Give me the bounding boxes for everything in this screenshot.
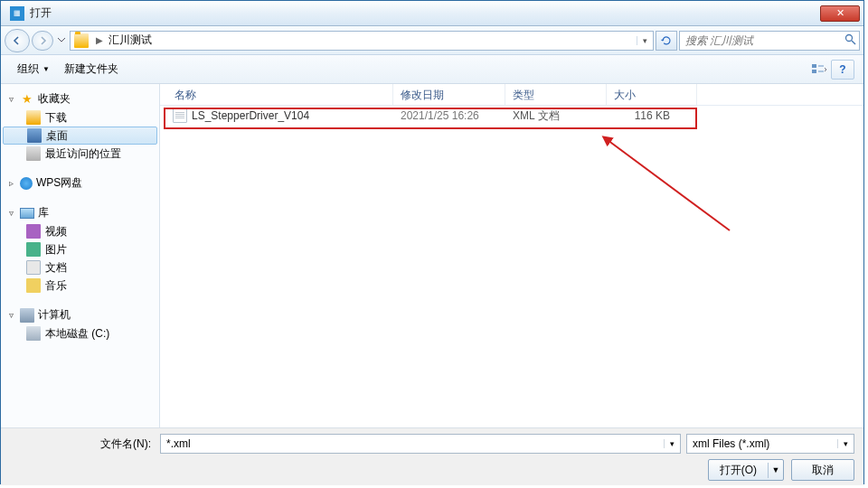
column-name[interactable]: 名称 bbox=[160, 84, 393, 105]
new-folder-button[interactable]: 新建文件夹 bbox=[57, 58, 126, 80]
sidebar-item-recent[interactable]: 最近访问的位置 bbox=[1, 145, 159, 163]
computer-icon bbox=[20, 308, 34, 323]
svg-rect-3 bbox=[812, 70, 816, 73]
nav-back-button[interactable] bbox=[5, 29, 30, 52]
address-bar[interactable]: ▶ 汇川测试 ▾ bbox=[70, 31, 654, 51]
open-file-dialog: ▦ 打开 ✕ ▶ 汇川测试 ▾ 组织▼ bbox=[0, 0, 864, 484]
svg-point-0 bbox=[845, 34, 852, 41]
sidebar-wps-header[interactable]: ▹ WPS网盘 bbox=[1, 174, 159, 192]
document-icon bbox=[26, 260, 41, 275]
file-date: 2021/1/25 16:26 bbox=[393, 109, 505, 122]
search-input[interactable] bbox=[680, 34, 841, 47]
file-size: 116 KB bbox=[607, 109, 697, 122]
file-icon bbox=[173, 108, 187, 123]
toolbar: 组织▼ 新建文件夹 ? bbox=[1, 55, 863, 84]
search-icon[interactable] bbox=[841, 33, 859, 49]
filename-label: 文件名(N): bbox=[10, 436, 155, 452]
sidebar-item-videos[interactable]: 视频 bbox=[1, 222, 159, 240]
svg-line-1 bbox=[852, 41, 855, 44]
file-list: 名称 修改日期 类型 大小 LS_StepperDriver_V104 2021… bbox=[160, 84, 863, 427]
desktop-icon bbox=[27, 128, 42, 143]
chevron-down-icon: ▼ bbox=[42, 65, 50, 73]
column-type[interactable]: 类型 bbox=[505, 84, 607, 105]
annotation-arrow bbox=[594, 131, 739, 239]
address-path: 汇川测试 bbox=[107, 33, 637, 48]
collapse-icon: ▿ bbox=[6, 208, 16, 218]
view-options-button[interactable] bbox=[807, 60, 831, 80]
address-dropdown[interactable]: ▾ bbox=[637, 36, 653, 45]
refresh-icon bbox=[660, 34, 673, 47]
sidebar-computer-header[interactable]: ▿ 计算机 bbox=[1, 305, 159, 324]
collapse-icon: ▿ bbox=[6, 310, 16, 320]
titlebar: ▦ 打开 ✕ bbox=[1, 1, 863, 26]
open-dropdown[interactable]: ▼ bbox=[769, 465, 783, 474]
view-icon bbox=[811, 63, 827, 76]
sidebar-item-pictures[interactable]: 图片 bbox=[1, 240, 159, 258]
file-name: LS_StepperDriver_V104 bbox=[192, 109, 309, 122]
sidebar-item-music[interactable]: 音乐 bbox=[1, 277, 159, 295]
path-separator-icon: ▶ bbox=[92, 35, 107, 45]
nav-history-dropdown[interactable] bbox=[55, 32, 68, 50]
arrow-left-icon bbox=[12, 35, 23, 46]
column-size[interactable]: 大小 bbox=[607, 84, 697, 105]
file-type: XML 文档 bbox=[505, 108, 607, 124]
filename-input[interactable] bbox=[161, 437, 664, 450]
recent-icon bbox=[26, 146, 41, 161]
nav-forward-button[interactable] bbox=[32, 31, 53, 51]
sidebar-favorites-header[interactable]: ▿ ★ 收藏夹 bbox=[1, 89, 159, 108]
drive-icon bbox=[26, 326, 41, 341]
filetype-filter[interactable]: xml Files (*.xml) ▾ bbox=[686, 434, 854, 454]
star-icon: ★ bbox=[20, 92, 34, 107]
cloud-icon bbox=[20, 177, 33, 190]
sidebar-item-drive-c[interactable]: 本地磁盘 (C:) bbox=[1, 324, 159, 343]
file-row[interactable]: LS_StepperDriver_V104 2021/1/25 16:26 XM… bbox=[160, 106, 863, 126]
svg-rect-2 bbox=[812, 64, 816, 68]
dialog-bottom-panel: 文件名(N): ▾ xml Files (*.xml) ▾ 打开(O) ▼ 取消 bbox=[1, 427, 863, 485]
organize-button[interactable]: 组织▼ bbox=[10, 58, 57, 80]
arrow-right-icon bbox=[37, 35, 48, 46]
download-icon bbox=[26, 110, 41, 125]
collapse-icon: ▿ bbox=[6, 94, 16, 104]
svg-line-6 bbox=[608, 140, 730, 230]
column-date[interactable]: 修改日期 bbox=[393, 84, 505, 105]
cancel-button[interactable]: 取消 bbox=[791, 459, 854, 481]
sidebar-item-downloads[interactable]: 下载 bbox=[1, 108, 159, 127]
sidebar-libraries-header[interactable]: ▿ 库 bbox=[1, 203, 159, 222]
open-button[interactable]: 打开(O) ▼ bbox=[708, 459, 784, 481]
sidebar-item-desktop[interactable]: 桌面 bbox=[3, 127, 157, 145]
search-box[interactable] bbox=[679, 31, 860, 51]
help-icon: ? bbox=[839, 63, 845, 76]
app-icon: ▦ bbox=[10, 6, 24, 21]
filename-dropdown[interactable]: ▾ bbox=[664, 439, 680, 448]
picture-icon bbox=[26, 242, 41, 257]
music-icon bbox=[26, 278, 41, 293]
sidebar-item-documents[interactable]: 文档 bbox=[1, 258, 159, 277]
help-button[interactable]: ? bbox=[831, 60, 854, 80]
navigation-bar: ▶ 汇川测试 ▾ bbox=[1, 26, 863, 55]
sidebar: ▿ ★ 收藏夹 下载 桌面 最近访问的位置 ▹ WPS网盘 ▿ bbox=[1, 84, 160, 427]
column-headers: 名称 修改日期 类型 大小 bbox=[160, 84, 863, 106]
expand-icon: ▹ bbox=[6, 178, 16, 188]
library-icon bbox=[20, 208, 34, 219]
close-button[interactable]: ✕ bbox=[820, 5, 860, 22]
filename-combobox[interactable]: ▾ bbox=[160, 434, 681, 454]
chevron-down-icon bbox=[58, 38, 65, 42]
window-title: 打开 bbox=[30, 5, 820, 21]
refresh-button[interactable] bbox=[656, 31, 677, 51]
video-icon bbox=[26, 224, 41, 239]
folder-icon bbox=[74, 33, 89, 48]
filter-dropdown[interactable]: ▾ bbox=[837, 439, 854, 448]
